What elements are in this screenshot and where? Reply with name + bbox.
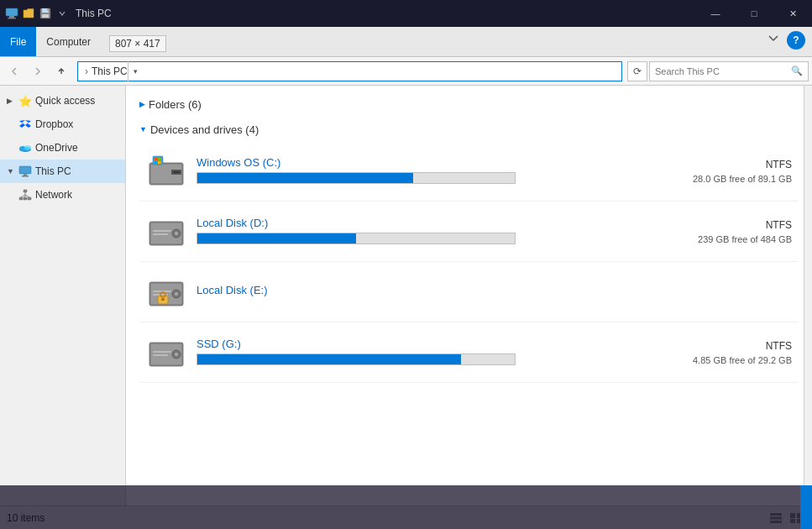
- onedrive-icon: [18, 141, 32, 155]
- path-text: This PC: [92, 65, 128, 77]
- ribbon-tab-computer[interactable]: Computer: [36, 27, 101, 56]
- drive-d-filesystem: NTFS: [657, 219, 792, 231]
- svg-line-18: [21, 195, 25, 197]
- size-tooltip: 807 × 417: [109, 35, 166, 52]
- svg-rect-50: [153, 351, 171, 353]
- drive-icon-g: [146, 333, 186, 373]
- svg-rect-27: [158, 161, 161, 164]
- sidebar-item-network[interactable]: Network: [0, 183, 125, 207]
- sidebar-item-onedrive[interactable]: OneDrive: [0, 136, 125, 160]
- drive-c-fs-info: NTFS 28.0 GB free of 89.1 GB: [657, 159, 792, 184]
- devices-section-title: Devices and drives (4): [150, 123, 259, 136]
- computer-icon: [18, 165, 32, 178]
- svg-rect-51: [153, 354, 168, 356]
- drive-c-bar: [196, 172, 516, 184]
- search-input[interactable]: [655, 66, 788, 76]
- minimize-button[interactable]: —: [696, 0, 735, 27]
- sidebar-item-this-pc[interactable]: ▼ This PC: [0, 160, 125, 183]
- pc-icon: [5, 7, 18, 20]
- ribbon-dropdown-btn[interactable]: [767, 31, 780, 48]
- drive-icon-c: [146, 151, 186, 191]
- chevron-down-icon: ▼: [7, 167, 15, 175]
- ribbon-tab-file[interactable]: File: [0, 27, 36, 56]
- svg-rect-12: [22, 175, 29, 177]
- main-layout: ▶ ⭐ Quick access Dropbox OneDrive: [0, 86, 812, 505]
- sidebar-item-quick-access[interactable]: ▶ ⭐ Quick access: [0, 89, 125, 113]
- drive-g-name: SSD (G:): [196, 338, 647, 350]
- content-area: ▶ Folders (6) ▼ Devices and drives (4): [126, 86, 812, 505]
- drive-d-bar: [196, 233, 516, 244]
- svg-point-45: [162, 299, 164, 301]
- drive-d-name: Local Disk (D:): [196, 217, 647, 229]
- svg-rect-5: [42, 14, 49, 18]
- svg-point-49: [175, 353, 178, 356]
- drive-g-space: 4.85 GB free of 29.2 GB: [657, 355, 792, 365]
- svg-rect-11: [24, 174, 27, 175]
- svg-rect-25: [158, 158, 161, 160]
- devices-section-header[interactable]: ▼ Devices and drives (4): [139, 118, 799, 141]
- taskbar-accent: [800, 485, 812, 529]
- drive-g-fs-info: NTFS 4.85 GB free of 29.2 GB: [657, 340, 792, 365]
- dropdown-arrow-icon: [55, 7, 69, 20]
- drive-g-filesystem: NTFS: [657, 340, 792, 352]
- up-button[interactable]: [50, 60, 72, 82]
- help-button[interactable]: ?: [787, 31, 805, 50]
- address-path[interactable]: › This PC ▾: [77, 61, 622, 81]
- drive-c-space: 28.0 GB free of 89.1 GB: [657, 174, 792, 184]
- path-arrow: ›: [85, 65, 88, 77]
- window-title: This PC: [76, 8, 112, 19]
- close-button[interactable]: ✕: [773, 0, 812, 27]
- folders-section-header[interactable]: ▶ Folders (6): [139, 92, 799, 116]
- svg-rect-29: [173, 171, 180, 173]
- drive-e-fs-info: [657, 291, 792, 294]
- folders-section: ▶ Folders (6): [139, 92, 799, 116]
- sidebar-item-dropbox[interactable]: Dropbox: [0, 113, 125, 136]
- dropbox-icon: [18, 118, 32, 131]
- drive-item-d[interactable]: Local Disk (D:) NTFS 239 GB free of 484 …: [139, 202, 799, 262]
- svg-rect-10: [19, 166, 31, 174]
- svg-rect-2: [8, 18, 16, 19]
- drive-c-name: Windows OS (C:): [196, 156, 647, 169]
- sidebar: ▶ ⭐ Quick access Dropbox OneDrive: [0, 86, 126, 505]
- save-icon: [39, 7, 52, 20]
- svg-rect-16: [24, 197, 27, 200]
- devices-chevron-icon: ▼: [139, 125, 147, 134]
- back-button[interactable]: [3, 60, 25, 82]
- search-box[interactable]: 🔍: [649, 61, 809, 81]
- drive-g-fill: [197, 354, 461, 364]
- drive-d-details: Local Disk (D:): [196, 217, 647, 246]
- title-bar-left: This PC: [0, 7, 112, 20]
- desktop-bottom: [0, 485, 812, 529]
- svg-rect-0: [6, 8, 18, 16]
- drive-icon-d: [146, 212, 186, 252]
- svg-point-9: [24, 145, 31, 150]
- drive-item-g[interactable]: SSD (G:) NTFS 4.85 GB free of 29.2 GB: [139, 322, 799, 383]
- drive-g-details: SSD (G:): [196, 338, 647, 367]
- drive-item-c[interactable]: Windows OS (C:) NTFS 28.0 GB free of 89.…: [139, 141, 799, 202]
- svg-rect-15: [28, 197, 31, 200]
- svg-point-33: [175, 232, 178, 235]
- window-controls: — □ ✕: [696, 0, 812, 27]
- drive-g-bar: [196, 354, 516, 365]
- drive-item-e[interactable]: Local Disk (E:): [139, 262, 799, 322]
- folder-icon: [22, 7, 35, 20]
- drive-c-fill: [197, 173, 413, 183]
- drive-d-fill: [197, 233, 356, 244]
- scrollbar[interactable]: [804, 86, 812, 505]
- svg-rect-14: [19, 197, 23, 200]
- drive-e-details: Local Disk (E:): [196, 284, 647, 300]
- svg-rect-26: [155, 161, 158, 164]
- forward-button[interactable]: [27, 60, 49, 82]
- drive-d-space: 239 GB free of 484 GB: [657, 234, 792, 244]
- svg-rect-6: [47, 8, 49, 11]
- maximize-button[interactable]: □: [735, 0, 773, 27]
- drive-e-name: Local Disk (E:): [196, 284, 647, 296]
- drive-c-filesystem: NTFS: [657, 159, 792, 170]
- drive-d-fs-info: NTFS 239 GB free of 484 GB: [657, 219, 792, 244]
- svg-line-19: [25, 195, 29, 197]
- folders-chevron-icon: ▶: [139, 100, 145, 108]
- refresh-button[interactable]: ⟳: [627, 61, 647, 81]
- chevron-right-icon: ▶: [7, 97, 15, 105]
- address-dropdown-btn[interactable]: ▾: [128, 61, 143, 81]
- address-bar: › This PC ▾ ⟳ 🔍: [0, 57, 812, 86]
